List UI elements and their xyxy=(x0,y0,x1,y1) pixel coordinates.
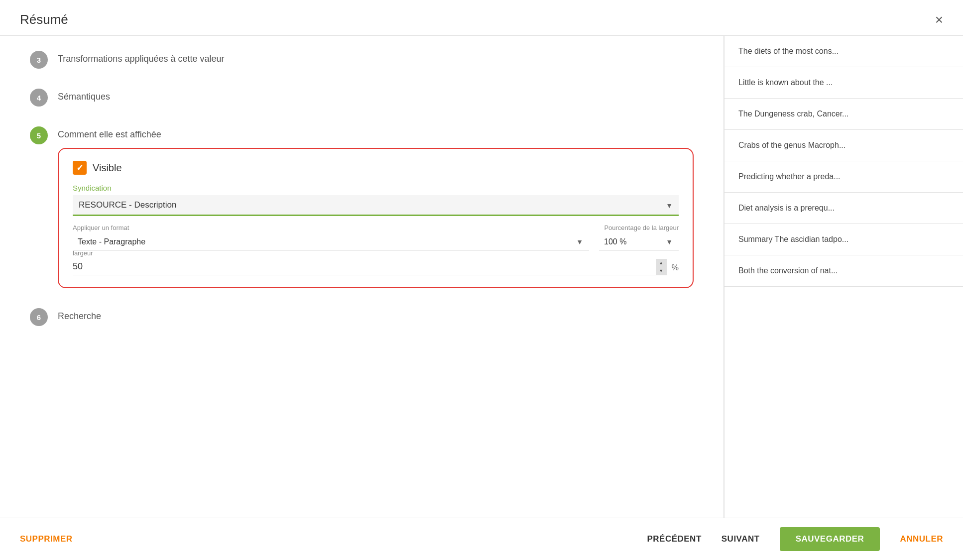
format-select[interactable]: Texte - Paragraphe xyxy=(73,233,589,250)
percent-symbol: % xyxy=(672,263,679,272)
dialog: Résumé × 3 Transformations appliquées à … xyxy=(0,0,963,560)
save-button[interactable]: SAUVEGARDER xyxy=(780,527,880,551)
format-label: Appliquer un format xyxy=(73,224,589,231)
list-item[interactable]: Diet analysis is a prerequ... xyxy=(724,193,963,224)
dialog-title: Résumé xyxy=(20,12,68,27)
syndication-label: Syndication xyxy=(73,184,679,192)
left-panel: 3 Transformations appliquées à cette val… xyxy=(0,36,724,518)
step-4-number: 4 xyxy=(30,89,48,107)
step-5-label: Comment elle est affichée xyxy=(58,126,694,140)
right-panel: The diets of the most cons... Little is … xyxy=(724,36,963,518)
footer-left: SUPPRIMER xyxy=(20,534,73,544)
list-item[interactable]: Predicting whether a preda... xyxy=(724,161,963,193)
step-5-content: Comment elle est affichée Visible Syndic… xyxy=(58,126,694,288)
dialog-body: 3 Transformations appliquées à cette val… xyxy=(0,36,963,518)
step-5-number: 5 xyxy=(30,126,48,144)
format-select-container: Texte - Paragraphe ▼ xyxy=(73,233,589,250)
visible-checkbox[interactable] xyxy=(73,161,87,175)
list-item[interactable]: Little is known about the ... xyxy=(724,67,963,99)
list-item[interactable]: The diets of the most cons... xyxy=(724,36,963,67)
visible-row: Visible xyxy=(73,161,679,175)
width-input-container: largeur ▲ ▼ xyxy=(73,258,667,275)
width-field-label: largeur xyxy=(73,249,93,257)
step-3-label: Transformations appliquées à cette valeu… xyxy=(58,51,225,64)
step-3: 3 Transformations appliquées à cette val… xyxy=(30,51,694,69)
step-6: 6 Recherche xyxy=(30,308,694,326)
dialog-footer: SUPPRIMER PRÉCÉDENT SUIVANT SAUVEGARDER … xyxy=(0,518,963,560)
close-button[interactable]: × xyxy=(935,13,943,27)
step-4: 4 Sémantiques xyxy=(30,89,694,107)
delete-button[interactable]: SUPPRIMER xyxy=(20,534,73,544)
step-5: 5 Comment elle est affichée Visible Synd… xyxy=(30,126,694,288)
width-row: largeur ▲ ▼ % xyxy=(73,258,679,275)
syndication-select-container: RESOURCE - Description ▼ xyxy=(73,195,679,216)
format-col-right: Pourcentage de la largeur 100 % ▼ xyxy=(599,224,679,250)
prev-button[interactable]: PRÉCÉDENT xyxy=(647,534,701,544)
step-3-number: 3 xyxy=(30,51,48,69)
list-item[interactable]: The Dungeness crab, Cancer... xyxy=(724,99,963,130)
width-input[interactable] xyxy=(73,258,667,275)
list-item[interactable]: Both the conversion of nat... xyxy=(724,255,963,287)
step-4-label: Sémantiques xyxy=(58,89,110,102)
step-6-label: Recherche xyxy=(58,308,101,322)
step-6-number: 6 xyxy=(30,308,48,326)
list-item[interactable]: Summary The ascidian tadpo... xyxy=(724,224,963,255)
list-item[interactable]: Crabs of the genus Macroph... xyxy=(724,130,963,161)
footer-right: PRÉCÉDENT SUIVANT SAUVEGARDER ANNULER xyxy=(647,527,943,551)
cancel-button[interactable]: ANNULER xyxy=(900,534,943,544)
width-decrement[interactable]: ▼ xyxy=(656,267,667,275)
next-button[interactable]: SUIVANT xyxy=(722,534,760,544)
display-box: Visible Syndication RESOURCE - Descripti… xyxy=(58,148,694,288)
syndication-select[interactable]: RESOURCE - Description xyxy=(73,195,679,216)
width-increment[interactable]: ▲ xyxy=(656,259,667,267)
width-pct-select[interactable]: 100 % xyxy=(599,233,679,250)
format-row: Appliquer un format Texte - Paragraphe ▼… xyxy=(73,224,679,250)
width-pct-label: Pourcentage de la largeur xyxy=(599,224,679,231)
width-pct-select-container: 100 % ▼ xyxy=(599,233,679,250)
dialog-header: Résumé × xyxy=(0,0,963,36)
visible-label: Visible xyxy=(93,162,122,174)
width-spinner[interactable]: ▲ ▼ xyxy=(656,259,667,275)
format-col: Appliquer un format Texte - Paragraphe ▼ xyxy=(73,224,589,250)
